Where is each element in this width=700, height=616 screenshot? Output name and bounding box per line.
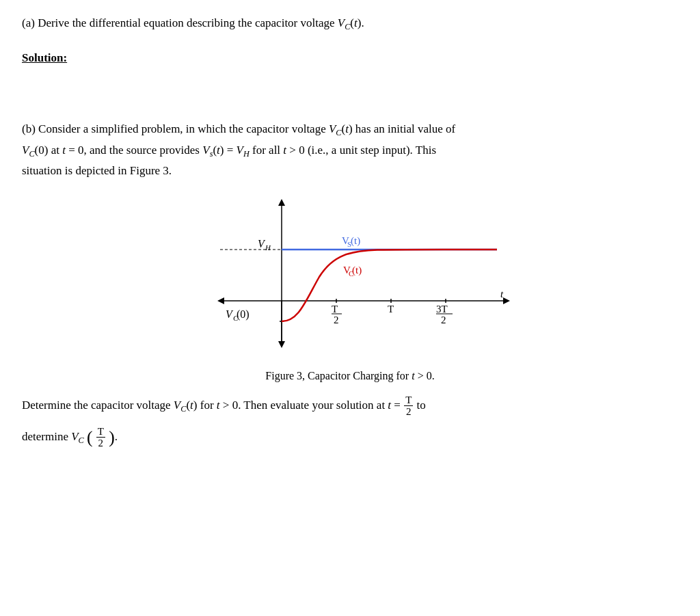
svg-marker-3 [503, 297, 510, 304]
svg-text:T: T [332, 304, 338, 314]
graph-area: V H V C (0) V S (t) V C (t) [186, 195, 514, 359]
vc0-notation: V [22, 144, 29, 157]
vc-t-notation: VC(t). [338, 16, 364, 29]
graph-svg: V H V C (0) V S (t) V C (t) [186, 195, 514, 359]
svg-text:T: T [388, 304, 394, 314]
svg-marker-1 [278, 199, 285, 206]
part-b-label: (b) [22, 122, 36, 135]
part-a-label: (a) [22, 16, 35, 29]
svg-marker-4 [217, 297, 224, 304]
fraction-T-over-2: T 2 [404, 394, 413, 418]
bottom-paragraph-2: determine VC ( T 2 ). [22, 422, 678, 453]
part-a-section: (a) Derive the differential equation des… [22, 16, 678, 32]
svg-text:(t): (t) [351, 235, 360, 247]
vc-t-inline: V [329, 122, 336, 135]
svg-text:2: 2 [334, 314, 339, 325]
svg-text:H: H [265, 243, 271, 252]
part-b-paragraph: (b) Consider a simplified problem, in wh… [22, 120, 678, 180]
bottom-paragraph-1: Determine the capacitor voltage VC(t) fo… [22, 394, 678, 418]
fraction-T-over-2-arg: T 2 [96, 426, 105, 449]
svg-text:2: 2 [441, 314, 446, 325]
bottom-text-section: Determine the capacitor voltage VC(t) fo… [22, 394, 678, 453]
figure-caption: Figure 3, Capacitor Charging for t > 0. [265, 370, 434, 382]
svg-marker-13 [278, 341, 285, 348]
svg-text:3T: 3T [436, 304, 448, 314]
solution-label: Solution: [22, 51, 678, 65]
svg-text:(0): (0) [237, 308, 250, 321]
part-a-desc: Derive the differential equation describ… [38, 16, 338, 29]
part-a-text: (a) Derive the differential equation des… [22, 16, 678, 32]
part-b-section: (b) Consider a simplified problem, in wh… [22, 120, 678, 180]
figure-3-container: V H V C (0) V S (t) V C (t) [172, 195, 528, 382]
svg-text:(t): (t) [352, 265, 362, 276]
